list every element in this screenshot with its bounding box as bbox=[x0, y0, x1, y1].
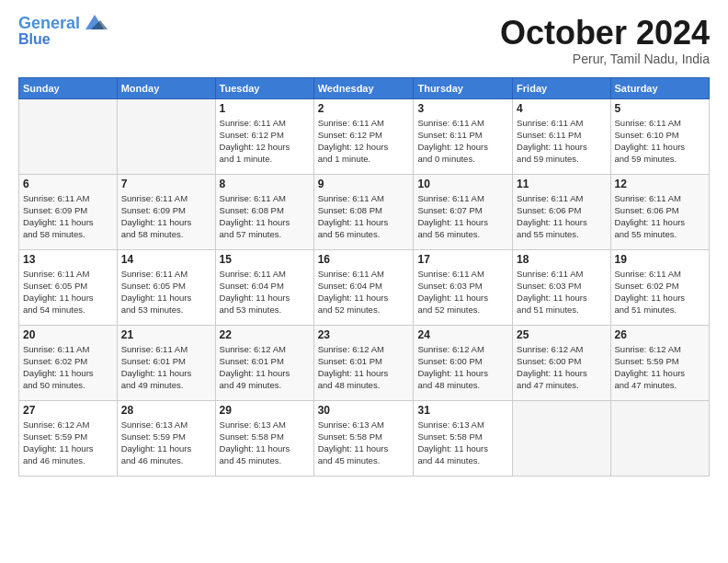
logo-text: General bbox=[18, 15, 80, 33]
day-cell: 3Sunrise: 6:11 AM Sunset: 6:11 PM Daylig… bbox=[414, 98, 513, 174]
day-info: Sunrise: 6:13 AM Sunset: 5:58 PM Dayligh… bbox=[220, 419, 310, 467]
day-cell: 20Sunrise: 6:11 AM Sunset: 6:02 PM Dayli… bbox=[19, 325, 118, 400]
page: General Blue October 2024 Perur, Tamil N… bbox=[0, 0, 728, 563]
day-info: Sunrise: 6:11 AM Sunset: 6:12 PM Dayligh… bbox=[220, 117, 310, 166]
title-block: October 2024 Perur, Tamil Nadu, India bbox=[500, 15, 710, 66]
day-cell: 7Sunrise: 6:11 AM Sunset: 6:09 PM Daylig… bbox=[117, 174, 215, 249]
header-day-thursday: Thursday bbox=[414, 77, 513, 98]
day-cell: 8Sunrise: 6:11 AM Sunset: 6:08 PM Daylig… bbox=[215, 174, 313, 249]
day-number: 18 bbox=[517, 253, 606, 266]
day-cell: 18Sunrise: 6:11 AM Sunset: 6:03 PM Dayli… bbox=[513, 249, 610, 325]
day-info: Sunrise: 6:12 AM Sunset: 6:00 PM Dayligh… bbox=[517, 343, 606, 392]
day-cell: 25Sunrise: 6:12 AM Sunset: 6:00 PM Dayli… bbox=[513, 325, 610, 400]
day-info: Sunrise: 6:13 AM Sunset: 5:59 PM Dayligh… bbox=[121, 419, 211, 467]
week-row-2: 6Sunrise: 6:11 AM Sunset: 6:09 PM Daylig… bbox=[19, 174, 710, 249]
week-row-1: 1Sunrise: 6:11 AM Sunset: 6:12 PM Daylig… bbox=[19, 98, 710, 174]
day-cell: 10Sunrise: 6:11 AM Sunset: 6:07 PM Dayli… bbox=[414, 174, 513, 249]
day-info: Sunrise: 6:11 AM Sunset: 6:07 PM Dayligh… bbox=[417, 192, 508, 241]
day-cell bbox=[19, 98, 118, 174]
day-number: 31 bbox=[417, 404, 508, 417]
day-info: Sunrise: 6:11 AM Sunset: 6:03 PM Dayligh… bbox=[417, 268, 508, 316]
day-info: Sunrise: 6:11 AM Sunset: 6:01 PM Dayligh… bbox=[121, 343, 211, 392]
day-number: 16 bbox=[318, 253, 410, 266]
day-cell: 4Sunrise: 6:11 AM Sunset: 6:11 PM Daylig… bbox=[513, 98, 610, 174]
day-info: Sunrise: 6:13 AM Sunset: 5:58 PM Dayligh… bbox=[417, 419, 508, 467]
day-info: Sunrise: 6:12 AM Sunset: 6:00 PM Dayligh… bbox=[417, 343, 508, 392]
day-info: Sunrise: 6:13 AM Sunset: 5:58 PM Dayligh… bbox=[318, 419, 410, 467]
day-number: 1 bbox=[220, 102, 310, 115]
day-number: 8 bbox=[220, 178, 310, 190]
day-number: 26 bbox=[615, 328, 705, 341]
day-number: 11 bbox=[517, 178, 606, 190]
day-cell: 15Sunrise: 6:11 AM Sunset: 6:04 PM Dayli… bbox=[215, 249, 313, 325]
day-info: Sunrise: 6:11 AM Sunset: 6:05 PM Dayligh… bbox=[121, 268, 211, 316]
calendar-header: SundayMondayTuesdayWednesdayThursdayFrid… bbox=[19, 77, 710, 98]
day-cell: 13Sunrise: 6:11 AM Sunset: 6:05 PM Dayli… bbox=[19, 249, 118, 325]
day-info: Sunrise: 6:11 AM Sunset: 6:04 PM Dayligh… bbox=[220, 268, 310, 316]
day-info: Sunrise: 6:11 AM Sunset: 6:11 PM Dayligh… bbox=[517, 117, 606, 166]
day-cell: 28Sunrise: 6:13 AM Sunset: 5:59 PM Dayli… bbox=[117, 400, 215, 476]
day-number: 6 bbox=[23, 178, 113, 190]
logo: General Blue bbox=[18, 15, 108, 48]
day-cell: 27Sunrise: 6:12 AM Sunset: 5:59 PM Dayli… bbox=[19, 400, 118, 476]
header-row: SundayMondayTuesdayWednesdayThursdayFrid… bbox=[19, 77, 710, 98]
header-day-tuesday: Tuesday bbox=[215, 77, 313, 98]
calendar-table: SundayMondayTuesdayWednesdayThursdayFrid… bbox=[18, 77, 710, 477]
day-number: 9 bbox=[318, 178, 410, 190]
day-info: Sunrise: 6:11 AM Sunset: 6:04 PM Dayligh… bbox=[318, 268, 410, 316]
day-number: 24 bbox=[417, 328, 508, 341]
day-cell: 12Sunrise: 6:11 AM Sunset: 6:06 PM Dayli… bbox=[610, 174, 709, 249]
day-info: Sunrise: 6:11 AM Sunset: 6:05 PM Dayligh… bbox=[23, 268, 113, 316]
day-cell: 17Sunrise: 6:11 AM Sunset: 6:03 PM Dayli… bbox=[414, 249, 513, 325]
header-day-sunday: Sunday bbox=[19, 77, 118, 98]
day-info: Sunrise: 6:11 AM Sunset: 6:09 PM Dayligh… bbox=[121, 192, 211, 241]
day-info: Sunrise: 6:11 AM Sunset: 6:12 PM Dayligh… bbox=[318, 117, 410, 166]
day-number: 20 bbox=[23, 328, 113, 341]
day-number: 14 bbox=[121, 253, 211, 266]
day-cell: 29Sunrise: 6:13 AM Sunset: 5:58 PM Dayli… bbox=[215, 400, 313, 476]
day-number: 19 bbox=[615, 253, 705, 266]
day-number: 21 bbox=[121, 328, 211, 341]
day-info: Sunrise: 6:11 AM Sunset: 6:06 PM Dayligh… bbox=[517, 192, 606, 241]
day-info: Sunrise: 6:11 AM Sunset: 6:09 PM Dayligh… bbox=[23, 192, 113, 241]
day-cell: 26Sunrise: 6:12 AM Sunset: 5:59 PM Dayli… bbox=[610, 325, 709, 400]
day-cell: 11Sunrise: 6:11 AM Sunset: 6:06 PM Dayli… bbox=[513, 174, 610, 249]
header: General Blue October 2024 Perur, Tamil N… bbox=[18, 15, 710, 66]
day-number: 7 bbox=[121, 178, 211, 190]
day-cell: 5Sunrise: 6:11 AM Sunset: 6:10 PM Daylig… bbox=[610, 98, 709, 174]
day-cell: 2Sunrise: 6:11 AM Sunset: 6:12 PM Daylig… bbox=[313, 98, 414, 174]
day-cell bbox=[610, 400, 709, 476]
day-cell: 23Sunrise: 6:12 AM Sunset: 6:01 PM Dayli… bbox=[313, 325, 414, 400]
day-number: 12 bbox=[615, 178, 705, 190]
logo-line1: General bbox=[18, 14, 80, 32]
day-number: 3 bbox=[417, 102, 508, 115]
week-row-4: 20Sunrise: 6:11 AM Sunset: 6:02 PM Dayli… bbox=[19, 325, 710, 400]
day-number: 13 bbox=[23, 253, 113, 266]
day-cell: 6Sunrise: 6:11 AM Sunset: 6:09 PM Daylig… bbox=[19, 174, 118, 249]
day-info: Sunrise: 6:11 AM Sunset: 6:02 PM Dayligh… bbox=[615, 268, 705, 316]
day-number: 25 bbox=[517, 328, 606, 341]
day-cell: 14Sunrise: 6:11 AM Sunset: 6:05 PM Dayli… bbox=[117, 249, 215, 325]
day-cell: 22Sunrise: 6:12 AM Sunset: 6:01 PM Dayli… bbox=[215, 325, 313, 400]
header-day-friday: Friday bbox=[513, 77, 610, 98]
day-info: Sunrise: 6:11 AM Sunset: 6:10 PM Dayligh… bbox=[615, 117, 705, 166]
day-info: Sunrise: 6:11 AM Sunset: 6:02 PM Dayligh… bbox=[23, 343, 113, 392]
day-number: 28 bbox=[121, 404, 211, 417]
day-number: 5 bbox=[615, 102, 705, 115]
day-cell bbox=[513, 400, 610, 476]
day-info: Sunrise: 6:11 AM Sunset: 6:08 PM Dayligh… bbox=[220, 192, 310, 241]
header-day-saturday: Saturday bbox=[610, 77, 709, 98]
day-info: Sunrise: 6:11 AM Sunset: 6:03 PM Dayligh… bbox=[517, 268, 606, 316]
day-cell: 19Sunrise: 6:11 AM Sunset: 6:02 PM Dayli… bbox=[610, 249, 709, 325]
day-cell: 30Sunrise: 6:13 AM Sunset: 5:58 PM Dayli… bbox=[313, 400, 414, 476]
day-cell: 21Sunrise: 6:11 AM Sunset: 6:01 PM Dayli… bbox=[117, 325, 215, 400]
day-info: Sunrise: 6:12 AM Sunset: 5:59 PM Dayligh… bbox=[615, 343, 705, 392]
week-row-3: 13Sunrise: 6:11 AM Sunset: 6:05 PM Dayli… bbox=[19, 249, 710, 325]
header-day-monday: Monday bbox=[117, 77, 215, 98]
calendar-body: 1Sunrise: 6:11 AM Sunset: 6:12 PM Daylig… bbox=[19, 98, 710, 476]
day-number: 23 bbox=[318, 328, 410, 341]
day-cell bbox=[117, 98, 215, 174]
day-info: Sunrise: 6:11 AM Sunset: 6:08 PM Dayligh… bbox=[318, 192, 410, 241]
day-number: 22 bbox=[220, 328, 310, 341]
day-info: Sunrise: 6:12 AM Sunset: 6:01 PM Dayligh… bbox=[220, 343, 310, 392]
